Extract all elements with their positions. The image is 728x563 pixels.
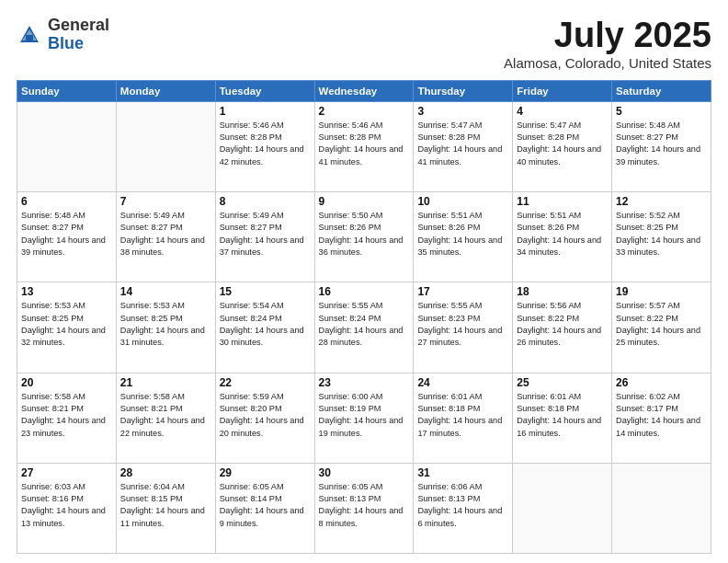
cell-info: Sunrise: 6:05 AM Sunset: 8:13 PM Dayligh… (319, 481, 410, 530)
header-wednesday: Wednesday (314, 80, 414, 101)
day-number: 23 (319, 376, 410, 389)
cell-info: Sunrise: 5:51 AM Sunset: 8:26 PM Dayligh… (417, 210, 508, 259)
header-sunday: Sunday (17, 80, 117, 101)
cell-info: Sunrise: 6:05 AM Sunset: 8:14 PM Dayligh… (220, 481, 311, 530)
logo-blue-text: Blue (48, 34, 84, 52)
day-number: 4 (517, 105, 608, 118)
title-block: July 2025 Alamosa, Colorado, United Stat… (504, 17, 711, 71)
table-row: 22Sunrise: 5:59 AM Sunset: 8:20 PM Dayli… (215, 373, 314, 463)
cell-info: Sunrise: 5:55 AM Sunset: 8:24 PM Dayligh… (319, 300, 410, 349)
table-row: 2Sunrise: 5:46 AM Sunset: 8:28 PM Daylig… (314, 101, 414, 191)
cell-info: Sunrise: 5:58 AM Sunset: 8:21 PM Dayligh… (120, 391, 211, 440)
cell-info: Sunrise: 5:47 AM Sunset: 8:28 PM Dayligh… (417, 120, 508, 168)
table-row: 25Sunrise: 6:01 AM Sunset: 8:18 PM Dayli… (513, 373, 612, 463)
day-number: 9 (319, 195, 410, 208)
table-row (612, 463, 711, 553)
day-number: 20 (21, 376, 112, 389)
table-row: 11Sunrise: 5:51 AM Sunset: 8:26 PM Dayli… (513, 192, 612, 282)
table-row: 23Sunrise: 6:00 AM Sunset: 8:19 PM Dayli… (314, 373, 414, 463)
day-number: 21 (120, 376, 211, 389)
cell-info: Sunrise: 5:57 AM Sunset: 8:22 PM Dayligh… (616, 300, 707, 349)
svg-rect-2 (26, 35, 33, 40)
day-number: 12 (616, 195, 707, 208)
logo-icon (17, 22, 42, 48)
table-row: 16Sunrise: 5:55 AM Sunset: 8:24 PM Dayli… (314, 282, 414, 373)
table-row: 3Sunrise: 5:47 AM Sunset: 8:28 PM Daylig… (414, 101, 513, 191)
table-row: 10Sunrise: 5:51 AM Sunset: 8:26 PM Dayli… (414, 192, 513, 282)
day-number: 22 (220, 376, 311, 389)
day-number: 26 (616, 376, 707, 389)
cell-info: Sunrise: 5:50 AM Sunset: 8:26 PM Dayligh… (319, 210, 410, 259)
cell-info: Sunrise: 6:00 AM Sunset: 8:19 PM Dayligh… (319, 391, 410, 440)
table-row: 17Sunrise: 5:55 AM Sunset: 8:23 PM Dayli… (414, 282, 513, 373)
cell-info: Sunrise: 6:01 AM Sunset: 8:18 PM Dayligh… (517, 391, 608, 440)
table-row: 30Sunrise: 6:05 AM Sunset: 8:13 PM Dayli… (314, 463, 414, 553)
cell-info: Sunrise: 6:03 AM Sunset: 8:16 PM Dayligh… (21, 481, 112, 530)
table-row: 13Sunrise: 5:53 AM Sunset: 8:25 PM Dayli… (17, 282, 117, 373)
calendar-week-row: 6Sunrise: 5:48 AM Sunset: 8:27 PM Daylig… (17, 192, 711, 282)
table-row: 4Sunrise: 5:47 AM Sunset: 8:28 PM Daylig… (513, 101, 612, 191)
day-number: 29 (220, 466, 311, 479)
day-number: 10 (417, 195, 508, 208)
table-row: 15Sunrise: 5:54 AM Sunset: 8:24 PM Dayli… (215, 282, 314, 373)
cell-info: Sunrise: 6:02 AM Sunset: 8:17 PM Dayligh… (616, 391, 707, 440)
day-number: 25 (517, 376, 608, 389)
table-row (17, 101, 117, 191)
cell-info: Sunrise: 5:58 AM Sunset: 8:21 PM Dayligh… (21, 391, 112, 440)
calendar-week-row: 13Sunrise: 5:53 AM Sunset: 8:25 PM Dayli… (17, 282, 711, 373)
day-number: 24 (417, 376, 508, 389)
cell-info: Sunrise: 5:52 AM Sunset: 8:25 PM Dayligh… (616, 210, 707, 259)
table-row (116, 101, 215, 191)
cell-info: Sunrise: 5:56 AM Sunset: 8:22 PM Dayligh… (517, 300, 608, 349)
cell-info: Sunrise: 5:54 AM Sunset: 8:24 PM Dayligh… (220, 300, 311, 349)
day-number: 30 (319, 466, 410, 479)
table-row: 1Sunrise: 5:46 AM Sunset: 8:28 PM Daylig… (215, 101, 314, 191)
day-number: 1 (220, 105, 311, 118)
table-row: 6Sunrise: 5:48 AM Sunset: 8:27 PM Daylig… (17, 192, 117, 282)
logo-general-text: General (48, 16, 109, 34)
calendar-week-row: 1Sunrise: 5:46 AM Sunset: 8:28 PM Daylig… (17, 101, 711, 191)
calendar-title: July 2025 (504, 17, 711, 55)
cell-info: Sunrise: 5:51 AM Sunset: 8:26 PM Dayligh… (517, 210, 608, 259)
day-number: 5 (616, 105, 707, 118)
day-number: 13 (21, 285, 112, 298)
cell-info: Sunrise: 5:47 AM Sunset: 8:28 PM Dayligh… (517, 120, 608, 168)
day-number: 31 (417, 466, 508, 479)
calendar-week-row: 27Sunrise: 6:03 AM Sunset: 8:16 PM Dayli… (17, 463, 711, 553)
table-row: 20Sunrise: 5:58 AM Sunset: 8:21 PM Dayli… (17, 373, 117, 463)
header-saturday: Saturday (612, 80, 711, 101)
table-row (513, 463, 612, 553)
day-number: 14 (120, 285, 211, 298)
day-number: 15 (220, 285, 311, 298)
cell-info: Sunrise: 5:46 AM Sunset: 8:28 PM Dayligh… (319, 120, 410, 168)
cell-info: Sunrise: 6:01 AM Sunset: 8:18 PM Dayligh… (417, 391, 508, 440)
header-thursday: Thursday (414, 80, 513, 101)
table-row: 5Sunrise: 5:48 AM Sunset: 8:27 PM Daylig… (612, 101, 711, 191)
cell-info: Sunrise: 5:48 AM Sunset: 8:27 PM Dayligh… (616, 120, 707, 168)
table-row: 28Sunrise: 6:04 AM Sunset: 8:15 PM Dayli… (116, 463, 215, 553)
cell-info: Sunrise: 5:49 AM Sunset: 8:27 PM Dayligh… (120, 210, 211, 259)
table-row: 8Sunrise: 5:49 AM Sunset: 8:27 PM Daylig… (215, 192, 314, 282)
cell-info: Sunrise: 5:55 AM Sunset: 8:23 PM Dayligh… (417, 300, 508, 349)
day-number: 16 (319, 285, 410, 298)
calendar-week-row: 20Sunrise: 5:58 AM Sunset: 8:21 PM Dayli… (17, 373, 711, 463)
header-friday: Friday (513, 80, 612, 101)
table-row: 29Sunrise: 6:05 AM Sunset: 8:14 PM Dayli… (215, 463, 314, 553)
calendar-table: Sunday Monday Tuesday Wednesday Thursday… (17, 80, 711, 554)
header: General Blue July 2025 Alamosa, Colorado… (17, 17, 711, 71)
cell-info: Sunrise: 5:49 AM Sunset: 8:27 PM Dayligh… (220, 210, 311, 259)
table-row: 12Sunrise: 5:52 AM Sunset: 8:25 PM Dayli… (612, 192, 711, 282)
cell-info: Sunrise: 6:06 AM Sunset: 8:13 PM Dayligh… (417, 481, 508, 530)
table-row: 18Sunrise: 5:56 AM Sunset: 8:22 PM Dayli… (513, 282, 612, 373)
day-number: 28 (120, 466, 211, 479)
table-row: 26Sunrise: 6:02 AM Sunset: 8:17 PM Dayli… (612, 373, 711, 463)
table-row: 14Sunrise: 5:53 AM Sunset: 8:25 PM Dayli… (116, 282, 215, 373)
table-row: 9Sunrise: 5:50 AM Sunset: 8:26 PM Daylig… (314, 192, 414, 282)
calendar-subtitle: Alamosa, Colorado, United States (504, 55, 711, 71)
day-number: 2 (319, 105, 410, 118)
logo: General Blue (17, 17, 109, 53)
page: General Blue July 2025 Alamosa, Colorado… (0, 0, 728, 563)
cell-info: Sunrise: 6:04 AM Sunset: 8:15 PM Dayligh… (120, 481, 211, 530)
day-number: 11 (517, 195, 608, 208)
day-number: 18 (517, 285, 608, 298)
